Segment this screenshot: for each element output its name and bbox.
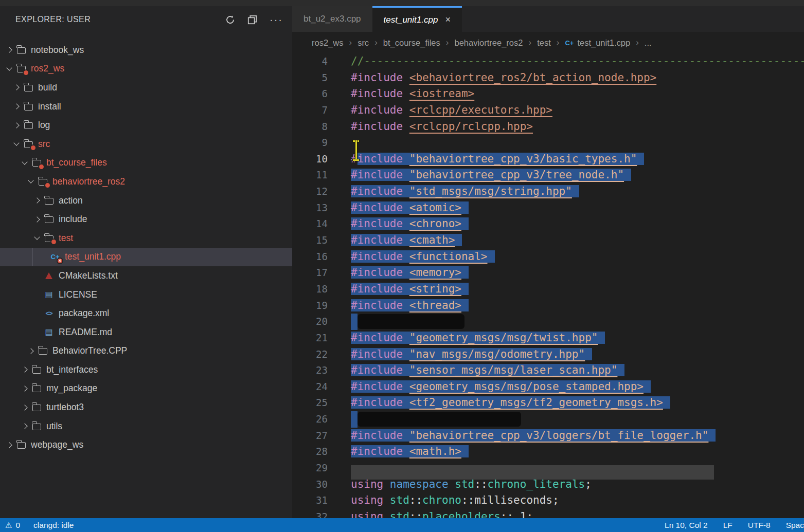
code-line-19[interactable]: 19#include <thread> [292, 298, 804, 314]
code-line-21[interactable]: 21#include "geometry_msgs/msg/twist.hpp" [292, 330, 804, 346]
tree-item-log[interactable]: log [0, 116, 292, 135]
code-line-13[interactable]: 13#include <atomic> [292, 200, 804, 216]
code-line-26[interactable]: 26 [292, 411, 804, 428]
chevron-right-icon[interactable] [28, 348, 33, 354]
cursor-position[interactable]: Ln 10, Col 2 [665, 521, 708, 530]
breadcrumb-item-src[interactable]: src [358, 38, 369, 48]
tree-item-test_unit1.cpp[interactable]: C+×test_unit1.cpp [0, 248, 292, 267]
clangd-status[interactable]: clangd: idle [33, 521, 74, 530]
tree-item-include[interactable]: include [0, 210, 292, 229]
tree-item-README.md[interactable]: ▤README.md [0, 323, 292, 342]
collapse-folders-icon[interactable] [247, 15, 257, 25]
code-line-32[interactable]: 32using std::placeholders::_1; [292, 509, 804, 518]
xml-icon: <> [44, 309, 53, 318]
chevron-right-icon[interactable] [22, 424, 27, 429]
code-line-6[interactable]: 6#include <iostream> [292, 86, 804, 102]
code-line-7[interactable]: 7#include <rclcpp/executors.hpp> [292, 102, 804, 119]
tree-item-install[interactable]: install [0, 97, 292, 116]
tree-item-bt_course_files[interactable]: bt_course_files [0, 154, 292, 173]
tree-item-build[interactable]: build [0, 78, 292, 97]
code-line-4[interactable]: 4//-------------------------------------… [292, 53, 804, 70]
more-actions-icon[interactable]: ··· [270, 17, 283, 22]
indent-guide [32, 248, 33, 267]
problems-indicator[interactable]: ⚠ 0 [5, 521, 20, 530]
tree-item-notebook_ws[interactable]: notebook_ws [0, 41, 292, 60]
code-line-17[interactable]: 17#include <memory> [292, 265, 804, 281]
tree-item-BehaviorTree.CPP[interactable]: BehaviorTree.CPP [0, 342, 292, 361]
error-badge: × [57, 258, 63, 264]
chevron-down-icon[interactable] [22, 159, 27, 164]
code-line-9[interactable]: 9 [292, 135, 804, 151]
code-line-25[interactable]: 25#include <tf2_geometry_msgs/tf2_geomet… [292, 395, 804, 411]
code-line-31[interactable]: 31using std::chrono::milliseconds; [292, 492, 804, 509]
tab-bt_u2_ex3.cpp[interactable]: bt_u2_ex3.cpp [292, 6, 372, 32]
tree-item-LICENSE[interactable]: ▤LICENSE [0, 285, 292, 304]
code-line-5[interactable]: 5#include <behaviortree_ros2/bt_action_n… [292, 70, 804, 86]
breadcrumb-separator: › [557, 38, 560, 48]
tree-item-test[interactable]: test [0, 229, 292, 248]
line-content: //--------------------------------------… [351, 53, 804, 70]
line-number: 19 [292, 298, 328, 314]
breadcrumb-item-behaviortree_ros2[interactable]: behaviortree_ros2 [454, 38, 523, 48]
tree-item-utils[interactable]: utils [0, 417, 292, 436]
code-line-15[interactable]: 15#include <cmath> [292, 232, 804, 249]
tab-test_unit1.cpp[interactable]: test_unit1.cpp× [372, 6, 462, 32]
chevron-right-icon[interactable] [34, 216, 40, 222]
tree-item-my_package[interactable]: my_package [0, 379, 292, 398]
code-line-20[interactable]: 20 [292, 314, 804, 330]
code-line-22[interactable]: 22#include "nav_msgs/msg/odometry.hpp" [292, 346, 804, 363]
breadcrumb-item-test[interactable]: test [537, 38, 551, 48]
error-badge [23, 69, 29, 76]
chevron-right-icon[interactable] [6, 442, 12, 448]
tree-item-ros2_ws[interactable]: ros2_ws [0, 60, 292, 79]
folder-glyph [17, 47, 26, 54]
code-line-18[interactable]: 18#include <string> [292, 281, 804, 298]
horizontal-scrollbar[interactable] [351, 465, 714, 480]
chevron-down-icon[interactable] [28, 178, 33, 184]
close-icon[interactable]: × [445, 14, 451, 25]
tree-item-webpage_ws[interactable]: webpage_ws [0, 435, 292, 454]
chevron-down-icon[interactable] [13, 140, 19, 146]
selection-highlight: #include "nav_msgs/msg/odometry.hpp" [351, 348, 592, 360]
code-line-24[interactable]: 24#include <geometry_msgs/msg/pose_stamp… [292, 379, 804, 395]
code-line-10[interactable]: 10#include "behaviortree_cpp_v3/basic_ty… [292, 151, 804, 168]
code-line-27[interactable]: 27#include "behaviortree_cpp_v3/loggers/… [292, 428, 804, 444]
chevron-down-icon[interactable] [34, 234, 40, 240]
tree-item-src[interactable]: src [0, 135, 292, 154]
tree-item-action[interactable]: action [0, 191, 292, 210]
code-line-16[interactable]: 16#include <functional> [292, 249, 804, 265]
tree-item-bt_interfaces[interactable]: bt_interfaces [0, 360, 292, 379]
chevron-right-icon[interactable] [22, 386, 27, 391]
chevron-right-icon[interactable] [6, 47, 12, 53]
chevron-down-icon[interactable] [6, 65, 12, 70]
indentation-indicator[interactable]: Spac [786, 521, 804, 530]
code-line-28[interactable]: 28#include <math.h> [292, 444, 804, 460]
breadcrumb-item-ros2_ws[interactable]: ros2_ws [312, 38, 343, 48]
code-line-11[interactable]: 11#include "behaviortree_cpp_v3/tree_nod… [292, 167, 804, 184]
breadcrumb-item-...[interactable]: ... [645, 38, 652, 48]
selection-highlight: #include <chrono> [351, 217, 469, 230]
encoding-indicator[interactable]: UTF-8 [748, 521, 771, 530]
tree-item-behaviortree_ros2[interactable]: behaviortree_ros2 [0, 172, 292, 191]
chevron-right-icon[interactable] [22, 367, 27, 373]
breadcrumb-item-bt_course_files[interactable]: bt_course_files [383, 38, 440, 48]
chevron-right-icon[interactable] [13, 85, 19, 90]
code-line-12[interactable]: 12#include "std_msgs/msg/string.hpp" [292, 184, 804, 200]
line-content: #include <rclcpp/executors.hpp> [351, 102, 552, 119]
chevron-right-icon[interactable] [22, 405, 27, 410]
chevron-right-icon[interactable] [13, 103, 19, 109]
code-line-8[interactable]: 8#include <rclcpp/rclcpp.hpp> [292, 119, 804, 135]
code-line-23[interactable]: 23#include "sensor_msgs/msg/laser_scan.h… [292, 362, 804, 379]
code-editor[interactable]: 4//-------------------------------------… [292, 53, 804, 518]
tree-item-CMakeLists.txt[interactable]: CMakeLists.txt [0, 266, 292, 285]
tree-item-package.xml[interactable]: <>package.xml [0, 304, 292, 323]
eol-indicator[interactable]: LF [723, 521, 732, 530]
tree-item-turtlebot3[interactable]: turtlebot3 [0, 398, 292, 417]
refresh-icon[interactable] [225, 15, 235, 25]
line-number: 27 [292, 428, 328, 444]
breadcrumb-item-test_unit1.cpp[interactable]: C+test_unit1.cpp [565, 38, 630, 48]
chevron-right-icon[interactable] [34, 197, 40, 203]
chevron-right-icon[interactable] [13, 122, 19, 128]
folder-icon [32, 403, 41, 412]
code-line-14[interactable]: 14#include <chrono> [292, 216, 804, 232]
